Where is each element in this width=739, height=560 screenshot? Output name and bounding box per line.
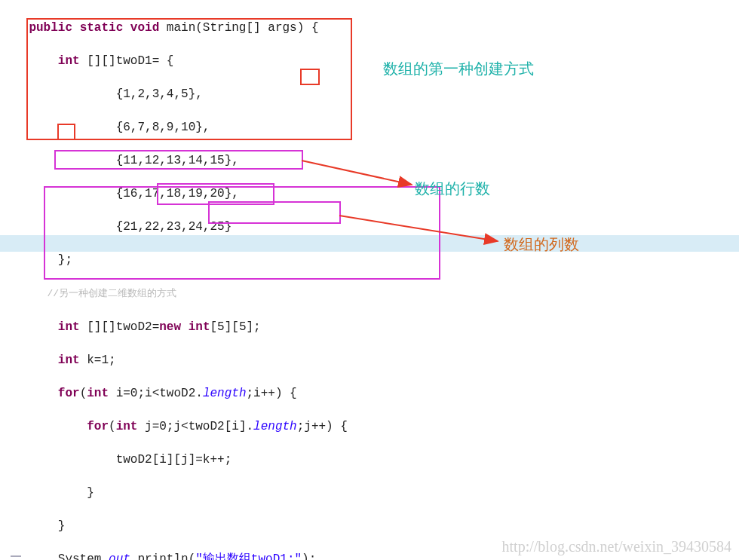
highlight-box-new-int55 xyxy=(54,150,303,170)
annotation-cols: 数组的列数 xyxy=(504,234,579,255)
highlight-box-array1-small2 xyxy=(300,69,320,85)
annotation-rows: 数组的行数 xyxy=(415,179,490,199)
highlight-box-nested-for xyxy=(44,186,440,280)
watermark-text: http://blog.csdn.net/weixin_39430584 xyxy=(502,538,731,555)
highlight-box-array1-small1 xyxy=(57,124,75,140)
annotation-first-way: 数组的第一种创建方式 xyxy=(383,59,534,79)
